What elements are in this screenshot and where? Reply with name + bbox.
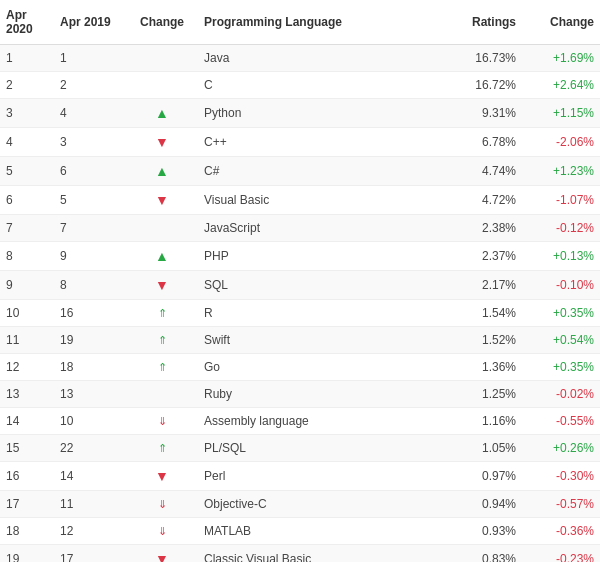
cell-arrow: ⇓ [126,408,198,435]
cell-arrow: ⇓ [126,491,198,518]
cell-change: +1.23% [522,157,600,186]
arrow-double-up-icon: ⇑ [158,361,167,373]
cell-language: Java [198,45,438,72]
cell-language: Perl [198,462,438,491]
cell-rank2020: 5 [0,157,54,186]
cell-arrow: ⇑ [126,435,198,462]
cell-change: +0.26% [522,435,600,462]
cell-ratings: 16.73% [438,45,522,72]
cell-rank2019: 5 [54,186,126,215]
table-row: 19 17 ▼ Classic Visual Basic 0.83% -0.23… [0,545,600,563]
cell-ratings: 4.72% [438,186,522,215]
cell-rank2020: 4 [0,128,54,157]
table-row: 13 13 Ruby 1.25% -0.02% [0,381,600,408]
table-row: 15 22 ⇑ PL/SQL 1.05% +0.26% [0,435,600,462]
cell-ratings: 0.83% [438,545,522,563]
cell-change: -0.36% [522,518,600,545]
cell-ratings: 0.94% [438,491,522,518]
table-row: 8 9 ▲ PHP 2.37% +0.13% [0,242,600,271]
cell-arrow [126,72,198,99]
cell-change: +0.35% [522,354,600,381]
cell-arrow [126,45,198,72]
cell-language: MATLAB [198,518,438,545]
cell-change: -0.02% [522,381,600,408]
cell-language: PL/SQL [198,435,438,462]
cell-arrow: ⇑ [126,354,198,381]
arrow-double-up-icon: ⇑ [158,442,167,454]
cell-rank2020: 6 [0,186,54,215]
cell-rank2019: 9 [54,242,126,271]
table-row: 11 19 ⇑ Swift 1.52% +0.54% [0,327,600,354]
cell-language: C [198,72,438,99]
cell-rank2019: 13 [54,381,126,408]
cell-rank2020: 18 [0,518,54,545]
table-row: 2 2 C 16.72% +2.64% [0,72,600,99]
header-change-ratings: Change [522,0,600,45]
cell-arrow: ▼ [126,462,198,491]
cell-ratings: 9.31% [438,99,522,128]
table-row: 6 5 ▼ Visual Basic 4.72% -1.07% [0,186,600,215]
cell-language: Ruby [198,381,438,408]
cell-ratings: 1.52% [438,327,522,354]
cell-rank2020: 13 [0,381,54,408]
cell-change: -0.57% [522,491,600,518]
cell-ratings: 1.05% [438,435,522,462]
cell-language: C++ [198,128,438,157]
cell-rank2019: 22 [54,435,126,462]
cell-rank2019: 19 [54,327,126,354]
cell-language: Objective-C [198,491,438,518]
cell-rank2019: 2 [54,72,126,99]
cell-rank2019: 16 [54,300,126,327]
cell-ratings: 4.74% [438,157,522,186]
arrow-double-down-icon: ⇓ [158,415,167,427]
header-language: Programming Language [198,0,438,45]
cell-arrow: ▼ [126,271,198,300]
cell-rank2019: 4 [54,99,126,128]
table-row: 12 18 ⇑ Go 1.36% +0.35% [0,354,600,381]
cell-arrow: ▲ [126,99,198,128]
arrow-double-down-icon: ⇓ [158,498,167,510]
cell-language: Classic Visual Basic [198,545,438,563]
cell-rank2020: 15 [0,435,54,462]
cell-ratings: 2.37% [438,242,522,271]
cell-arrow: ⇑ [126,300,198,327]
cell-rank2020: 3 [0,99,54,128]
cell-language: C# [198,157,438,186]
cell-rank2019: 6 [54,157,126,186]
cell-language: Go [198,354,438,381]
cell-ratings: 1.16% [438,408,522,435]
cell-change: -1.07% [522,186,600,215]
cell-ratings: 2.38% [438,215,522,242]
table-row: 3 4 ▲ Python 9.31% +1.15% [0,99,600,128]
table-row: 18 12 ⇓ MATLAB 0.93% -0.36% [0,518,600,545]
cell-rank2019: 14 [54,462,126,491]
table-row: 10 16 ⇑ R 1.54% +0.35% [0,300,600,327]
cell-rank2020: 14 [0,408,54,435]
cell-rank2020: 2 [0,72,54,99]
cell-change: +1.69% [522,45,600,72]
cell-language: SQL [198,271,438,300]
cell-language: Assembly language [198,408,438,435]
table-row: 14 10 ⇓ Assembly language 1.16% -0.55% [0,408,600,435]
table-row: 4 3 ▼ C++ 6.78% -2.06% [0,128,600,157]
cell-rank2020: 12 [0,354,54,381]
cell-rank2020: 7 [0,215,54,242]
header-ratings: Ratings [438,0,522,45]
cell-change: -0.23% [522,545,600,563]
rankings-table: Apr 2020 Apr 2019 Change Programming Lan… [0,0,600,562]
cell-change: -0.10% [522,271,600,300]
cell-rank2020: 11 [0,327,54,354]
cell-change: +0.35% [522,300,600,327]
cell-arrow: ▲ [126,242,198,271]
cell-language: R [198,300,438,327]
arrow-down-icon: ▼ [155,134,169,150]
cell-rank2019: 11 [54,491,126,518]
cell-rank2020: 9 [0,271,54,300]
cell-ratings: 1.25% [438,381,522,408]
arrow-up-icon: ▲ [155,248,169,264]
table-row: 1 1 Java 16.73% +1.69% [0,45,600,72]
cell-rank2020: 10 [0,300,54,327]
cell-ratings: 6.78% [438,128,522,157]
cell-arrow: ⇓ [126,518,198,545]
cell-arrow: ▼ [126,545,198,563]
